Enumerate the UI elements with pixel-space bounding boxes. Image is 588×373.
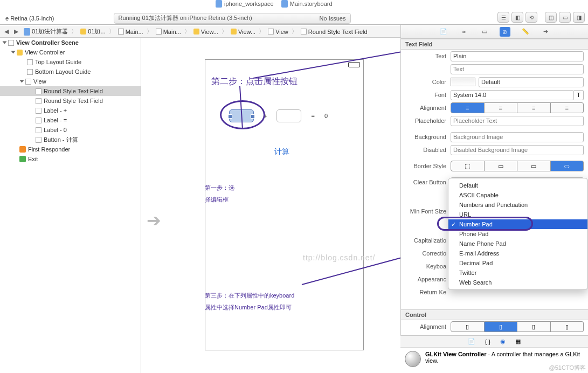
label-icon (36, 118, 41, 123)
text-field-2[interactable] (276, 109, 301, 122)
background-field[interactable] (451, 132, 584, 142)
outline-first-responder[interactable]: First Responder (0, 144, 141, 154)
workspace-icon (216, 0, 222, 8)
font-picker-button[interactable]: T (574, 90, 584, 100)
outline-item[interactable]: Label - 0 (0, 125, 141, 135)
outline-exit[interactable]: Exit (0, 154, 141, 164)
calc-button[interactable]: 计算 (274, 147, 289, 157)
glkit-icon (405, 351, 421, 367)
text-mode-select[interactable] (451, 51, 584, 61)
text-field[interactable] (451, 64, 584, 74)
document-outline: View Controller Scene View Controller To… (0, 38, 141, 373)
align-justify-button[interactable]: ≡ (551, 102, 584, 113)
border-none-button[interactable]: ⬚ (451, 161, 485, 171)
crumb-seg[interactable]: 01加法计算器 (22, 27, 70, 36)
crumb-back[interactable]: ◀ (2, 28, 11, 35)
crumb-seg[interactable]: Round Style Text Field (299, 29, 370, 35)
button-icon (36, 137, 41, 143)
dropdown-option[interactable]: Decimal Pad (448, 258, 587, 268)
appearance-label: Appearanc (401, 276, 451, 282)
section-header: Text Field (401, 39, 588, 50)
dropdown-option[interactable]: Twitter (448, 268, 587, 278)
outline-item[interactable]: Label - = (0, 115, 141, 125)
connections-inspector-tab[interactable]: ➔ (541, 27, 551, 37)
editor-standard-button[interactable]: ☰ (497, 12, 509, 23)
color-well[interactable] (451, 78, 475, 86)
lib-tab-media[interactable]: ▦ (515, 338, 521, 345)
lib-tab-objects[interactable]: ◉ (500, 338, 506, 345)
dropdown-option[interactable]: E-mail Address (448, 248, 587, 258)
ctrl-alignment-segmented[interactable]: ▯▯▯▯ (451, 321, 584, 332)
alignment-segmented[interactable]: ≡≡≡≡ (451, 102, 584, 113)
canvas[interactable]: ➔ + = 0 计算 第二步：点击属性按钮 第一步：选择编辑框 第三步：在下列属… (141, 38, 400, 373)
crumb-seg[interactable]: View... (229, 29, 258, 35)
dropdown-option[interactable]: Phone Pad (448, 229, 587, 239)
border-style-segmented[interactable]: ⬚▭▭⬭ (451, 161, 584, 171)
font-field[interactable] (451, 90, 574, 100)
field-icon (36, 88, 41, 94)
file-inspector-tab[interactable]: 📄 (438, 27, 449, 37)
editor-version-button[interactable]: ⟲ (525, 12, 537, 23)
outline-scene[interactable]: View Controller Scene (0, 38, 141, 47)
attributes-inspector-tab[interactable]: ⎚ (500, 27, 510, 37)
vc-icon (17, 50, 23, 56)
outline-vc[interactable]: View Controller (0, 47, 141, 57)
align-left-button[interactable]: ≡ (451, 102, 485, 113)
dropdown-option-selected[interactable]: Number Pad (448, 219, 587, 229)
placeholder-label: Placeholder (401, 118, 451, 124)
step3-annotation: 第三步：在下列属性中的keyboard属性中选择Number Pad属性即可 (205, 289, 294, 313)
panel-right-button[interactable]: ◨ (573, 12, 585, 23)
dropdown-option[interactable]: Name Phone Pad (448, 239, 587, 248)
storyboard-tab[interactable]: Main.storyboard (281, 0, 333, 8)
editor-assistant-button[interactable]: ◧ (511, 12, 523, 23)
placeholder-field[interactable] (451, 116, 584, 126)
outline-item-selected[interactable]: Round Style Text Field (0, 86, 141, 96)
outline-view[interactable]: View (0, 77, 141, 86)
file-icon (156, 29, 162, 34)
dropdown-option[interactable]: ASCII Capable (448, 190, 587, 200)
crumb-seg[interactable]: Main... (116, 29, 146, 35)
quick-help-tab[interactable]: ≈ (459, 27, 469, 37)
dropdown-option[interactable]: Numbers and Punctuation (448, 200, 587, 210)
lib-tab-file[interactable]: 📄 (468, 338, 475, 345)
inspector-tabs: 📄 ≈ ▭ ⎚ 📏 ➔ (401, 25, 588, 39)
outline-item[interactable]: Top Layout Guide (0, 57, 141, 67)
dropdown-option[interactable]: URL (448, 210, 587, 219)
field-icon (36, 98, 41, 104)
color-select[interactable] (479, 77, 584, 87)
size-inspector-tab[interactable]: 📏 (520, 27, 531, 37)
crumb-fwd[interactable]: ▶ (12, 28, 20, 35)
align-center-button[interactable]: ≡ (485, 102, 518, 113)
dropdown-option[interactable]: Web Search (448, 278, 587, 287)
field-icon (301, 29, 307, 34)
view-icon (268, 29, 274, 34)
keyboard-dropdown[interactable]: Default ASCII Capable Numbers and Punctu… (448, 178, 588, 290)
lib-tab-code[interactable]: { } (485, 339, 490, 345)
border-line-button[interactable]: ▭ (485, 161, 518, 171)
disabled-bg-field[interactable] (451, 145, 584, 155)
h-align-1[interactable]: ▯ (451, 321, 485, 332)
outline-item[interactable]: Label - + (0, 106, 141, 115)
vc-icon (231, 29, 237, 34)
border-rounded-button[interactable]: ⬭ (551, 161, 584, 171)
dropdown-option[interactable]: Default (448, 181, 587, 190)
label-icon (36, 108, 41, 114)
crumb-seg[interactable]: Main... (154, 29, 183, 35)
h-align-3[interactable]: ▯ (517, 321, 551, 332)
crumb-seg[interactable]: View (266, 29, 290, 35)
panel-left-button[interactable]: ◫ (545, 12, 557, 23)
h-align-2[interactable]: ▯ (485, 321, 518, 332)
step1-annotation: 第一步：选择编辑框 (205, 181, 234, 205)
crumb-seg[interactable]: View... (191, 29, 220, 35)
outline-item[interactable]: Round Style Text Field (0, 96, 141, 106)
crumb-seg[interactable]: 01加... (78, 27, 107, 36)
panel-bottom-button[interactable]: ▭ (559, 12, 571, 23)
border-bezel-button[interactable]: ▭ (517, 161, 551, 171)
align-right-button[interactable]: ≡ (517, 102, 551, 113)
entry-arrow-icon: ➔ (147, 210, 161, 231)
workspace-tab[interactable]: iphone_workspace (216, 0, 274, 8)
identity-inspector-tab[interactable]: ▭ (479, 27, 490, 37)
outline-item[interactable]: Bottom Layout Guide (0, 67, 141, 77)
outline-item[interactable]: Button - 计算 (0, 135, 141, 144)
h-align-4[interactable]: ▯ (551, 321, 584, 332)
